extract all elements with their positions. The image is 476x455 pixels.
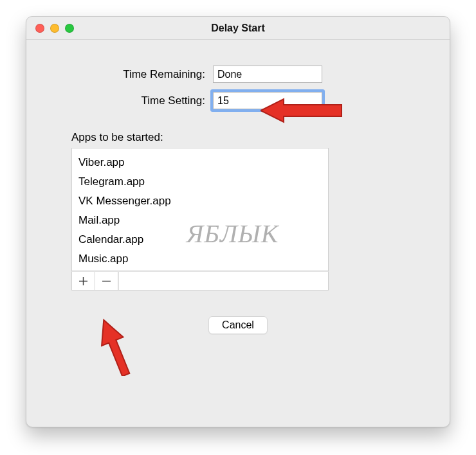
- list-item[interactable]: Calendar.app: [78, 230, 322, 249]
- apps-label: Apps to be started:: [71, 131, 405, 144]
- content-area: Time Remaining: Done Time Setting: 15 Ap…: [26, 40, 450, 334]
- list-controls: [71, 271, 329, 290]
- controls-spacer: [118, 272, 328, 290]
- plus-icon: [78, 276, 88, 286]
- time-setting-input[interactable]: 15: [213, 92, 322, 109]
- list-item[interactable]: Music.app: [78, 249, 322, 269]
- time-setting-label: Time Setting:: [71, 94, 213, 107]
- window-title: Delay Start: [26, 17, 450, 40]
- titlebar: Delay Start: [26, 17, 450, 40]
- time-setting-row: Time Setting: 15: [71, 92, 405, 109]
- list-item[interactable]: Viber.app: [78, 153, 322, 172]
- time-remaining-row: Time Remaining: Done: [71, 66, 405, 83]
- minus-icon: [102, 276, 111, 286]
- remove-button[interactable]: [95, 272, 118, 290]
- list-item[interactable]: Mail.app: [78, 211, 322, 230]
- list-item[interactable]: Telegram.app: [78, 172, 322, 192]
- time-remaining-label: Time Remaining:: [71, 68, 213, 81]
- list-item[interactable]: VK Messenger.app: [78, 192, 322, 211]
- time-remaining-field[interactable]: Done: [213, 66, 322, 83]
- apps-list[interactable]: Viber.app Telegram.app VK Messenger.app …: [71, 148, 329, 271]
- add-button[interactable]: [72, 272, 95, 290]
- cancel-button[interactable]: Cancel: [208, 316, 268, 334]
- cancel-row: Cancel: [71, 316, 405, 334]
- dialog-window: Delay Start Time Remaining: Done Time Se…: [26, 16, 450, 427]
